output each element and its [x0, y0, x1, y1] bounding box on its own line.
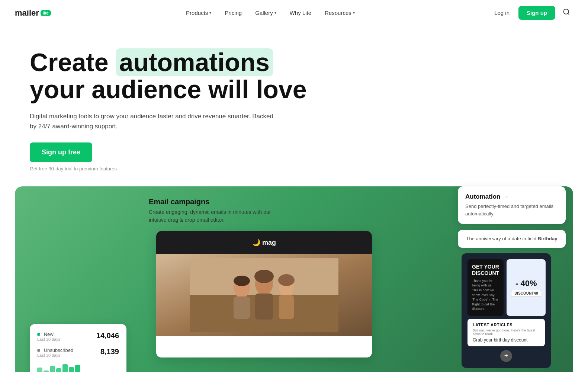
nav-pricing[interactable]: Pricing	[219, 7, 247, 19]
search-icon[interactable]	[560, 7, 573, 19]
articles-sub: But wait, we've got more. Here's the lat…	[473, 328, 540, 336]
discount-right: - 40% DISCOUNT40	[507, 259, 546, 316]
discount-get: GET YOUR DISCOUNT	[472, 264, 499, 276]
email-preview: 🌙 mag	[156, 231, 372, 357]
chart-bar	[75, 365, 80, 372]
logo-text: mailer	[15, 8, 39, 18]
stats-unsub-value: 8,139	[100, 347, 119, 356]
stats-card: New Last 30 days 14,046 Unsubscribed Las…	[30, 324, 126, 372]
dot-icon	[37, 349, 40, 352]
logo[interactable]: mailer lite	[15, 8, 51, 18]
chart-bar	[37, 368, 42, 372]
articles-title: LATEST ARTICLES	[473, 323, 540, 327]
automation-title: Automation →	[465, 193, 558, 201]
stats-new-value: 14,046	[96, 331, 119, 340]
nav-why-lite[interactable]: Why Lite	[285, 7, 317, 19]
stats-new-label: New	[37, 331, 60, 337]
hero-section: Create automations your audience will lo…	[0, 26, 446, 171]
automation-card: Automation → Send perfectly-timed and ta…	[458, 186, 566, 224]
arrow-icon: →	[502, 193, 509, 201]
hero-subtext: Digital marketing tools to grow your aud…	[30, 111, 275, 131]
stats-new-row: New Last 30 days 14,046	[37, 331, 119, 341]
chart-bar	[56, 368, 61, 372]
trial-note: Get free 30-day trial to premium feature…	[30, 166, 117, 171]
hero-highlight: automations	[116, 48, 273, 76]
articles-link[interactable]: Grab your birthday discount	[473, 337, 540, 343]
email-preview-image	[156, 254, 372, 336]
signup-free-button[interactable]: Sign up free	[30, 142, 92, 162]
signup-button[interactable]: Sign up	[518, 6, 555, 20]
chart-bars	[37, 363, 119, 372]
content-area: Email campaigns → Create engaging, dynam…	[15, 186, 573, 372]
plus-button[interactable]: +	[500, 350, 512, 362]
arrow-icon: →	[212, 198, 219, 206]
email-campaign-title: Email campaigns →	[149, 198, 372, 206]
automation-desc: Send perfectly-timed and targeted emails…	[465, 203, 558, 217]
stats-unsub-row: Unsubscribed Last 30 days 8,139	[37, 347, 119, 357]
birthday-trigger: The anniversary of a date in field Birth…	[458, 230, 566, 248]
svg-point-12	[254, 270, 274, 283]
chart-bar	[50, 366, 55, 372]
svg-point-11	[278, 274, 295, 286]
nav-resources[interactable]: Resources ▾	[319, 7, 360, 19]
chevron-icon: ▾	[274, 11, 276, 15]
stats-new-period: Last 30 days	[37, 337, 60, 341]
hero-headline: Create automations your audience will lo…	[30, 48, 417, 103]
email-preview-header: 🌙 mag	[156, 231, 372, 254]
chevron-icon: ▾	[209, 11, 211, 15]
discount-small-text: Thank you for being with us. This is how…	[472, 279, 499, 311]
nav-links: Products ▾ Pricing Gallery ▾ Why Lite Re…	[181, 7, 360, 19]
right-panel: Automation → Send perfectly-timed and ta…	[458, 186, 566, 248]
svg-rect-9	[279, 295, 294, 319]
discount-code: DISCOUNT40	[511, 290, 541, 297]
svg-line-1	[568, 13, 569, 15]
stats-unsub-period: Last 30 days	[37, 353, 73, 357]
svg-rect-5	[234, 296, 250, 319]
discount-percentage: - 40%	[515, 279, 537, 288]
discount-card: GET YOUR DISCOUNT Thank you for being wi…	[462, 253, 551, 368]
discount-inner: GET YOUR DISCOUNT Thank you for being wi…	[467, 259, 545, 316]
chevron-icon: ▾	[353, 11, 355, 15]
birthday-text: The anniversary of a date in field Birth…	[465, 235, 559, 243]
navbar: mailer lite Products ▾ Pricing Gallery ▾…	[0, 0, 588, 26]
chart-bar	[62, 364, 68, 372]
email-campaign-info: Email campaigns → Create engaging, dynam…	[149, 198, 372, 224]
svg-point-10	[234, 276, 250, 286]
login-button[interactable]: Log in	[490, 7, 514, 19]
email-campaign-desc: Create engaging, dynamic emails in minut…	[149, 208, 283, 224]
discount-left: GET YOUR DISCOUNT Thank you for being wi…	[467, 259, 504, 316]
nav-actions: Log in Sign up	[490, 6, 573, 20]
articles-section: LATEST ARTICLES But wait, we've got more…	[467, 319, 545, 346]
svg-point-0	[564, 9, 569, 14]
nav-products[interactable]: Products ▾	[181, 7, 216, 19]
hero-cta: Sign up free Get free 30-day trial to pr…	[30, 142, 417, 171]
email-preview-logo: 🌙 mag	[252, 238, 276, 247]
dot-icon	[37, 333, 40, 336]
chart-bar	[69, 367, 74, 372]
nav-gallery[interactable]: Gallery ▾	[250, 7, 282, 19]
stats-unsub-label: Unsubscribed	[37, 347, 73, 353]
logo-badge: lite	[41, 10, 51, 16]
chart-bar	[44, 371, 49, 372]
svg-rect-7	[255, 294, 273, 320]
